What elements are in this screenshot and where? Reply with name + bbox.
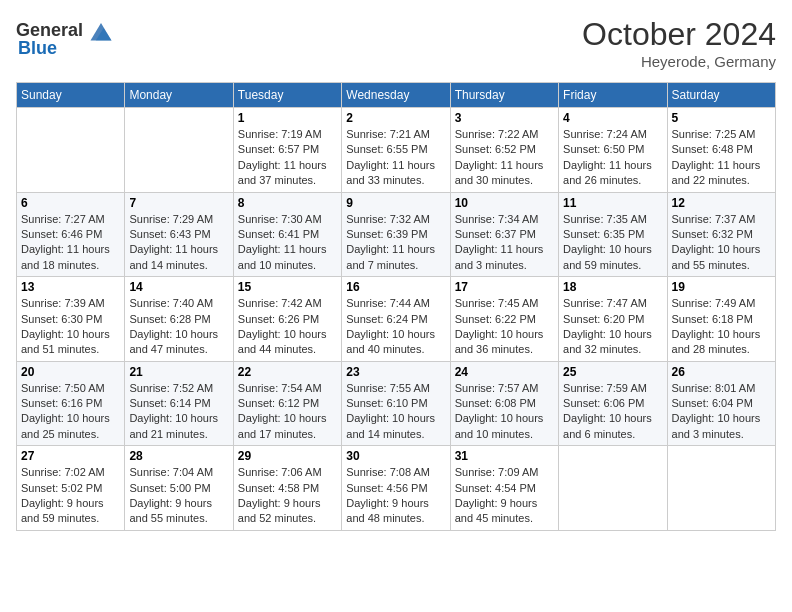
calendar-week-row: 1 Sunrise: 7:19 AM Sunset: 6:57 PM Dayli…	[17, 108, 776, 193]
sunrise: Sunrise: 7:02 AM	[21, 466, 105, 478]
sunset: Sunset: 6:20 PM	[563, 313, 644, 325]
sunrise: Sunrise: 7:29 AM	[129, 213, 213, 225]
day-number: 3	[455, 111, 554, 125]
day-number: 15	[238, 280, 337, 294]
calendar-week-row: 20 Sunrise: 7:50 AM Sunset: 6:16 PM Dayl…	[17, 361, 776, 446]
sunrise: Sunrise: 7:55 AM	[346, 382, 430, 394]
sunset: Sunset: 6:57 PM	[238, 143, 319, 155]
sunset: Sunset: 6:35 PM	[563, 228, 644, 240]
calendar-cell: 8 Sunrise: 7:30 AM Sunset: 6:41 PM Dayli…	[233, 192, 341, 277]
weekday-header: Saturday	[667, 83, 775, 108]
day-number: 17	[455, 280, 554, 294]
calendar-cell: 7 Sunrise: 7:29 AM Sunset: 6:43 PM Dayli…	[125, 192, 233, 277]
day-number: 27	[21, 449, 120, 463]
day-info: Sunrise: 7:02 AM Sunset: 5:02 PM Dayligh…	[21, 465, 120, 527]
calendar-cell: 17 Sunrise: 7:45 AM Sunset: 6:22 PM Dayl…	[450, 277, 558, 362]
day-info: Sunrise: 7:39 AM Sunset: 6:30 PM Dayligh…	[21, 296, 120, 358]
daylight: Daylight: 10 hours and 44 minutes.	[238, 328, 327, 355]
calendar-cell: 10 Sunrise: 7:34 AM Sunset: 6:37 PM Dayl…	[450, 192, 558, 277]
calendar-week-row: 13 Sunrise: 7:39 AM Sunset: 6:30 PM Dayl…	[17, 277, 776, 362]
day-info: Sunrise: 7:49 AM Sunset: 6:18 PM Dayligh…	[672, 296, 771, 358]
calendar-cell: 3 Sunrise: 7:22 AM Sunset: 6:52 PM Dayli…	[450, 108, 558, 193]
daylight: Daylight: 11 hours and 22 minutes.	[672, 159, 761, 186]
calendar-cell: 12 Sunrise: 7:37 AM Sunset: 6:32 PM Dayl…	[667, 192, 775, 277]
sunrise: Sunrise: 7:06 AM	[238, 466, 322, 478]
calendar-cell: 5 Sunrise: 7:25 AM Sunset: 6:48 PM Dayli…	[667, 108, 775, 193]
sunset: Sunset: 6:41 PM	[238, 228, 319, 240]
sunset: Sunset: 6:16 PM	[21, 397, 102, 409]
day-info: Sunrise: 7:50 AM Sunset: 6:16 PM Dayligh…	[21, 381, 120, 443]
sunrise: Sunrise: 7:44 AM	[346, 297, 430, 309]
sunrise: Sunrise: 7:32 AM	[346, 213, 430, 225]
sunset: Sunset: 6:18 PM	[672, 313, 753, 325]
sunset: Sunset: 4:58 PM	[238, 482, 319, 494]
calendar-cell: 22 Sunrise: 7:54 AM Sunset: 6:12 PM Dayl…	[233, 361, 341, 446]
sunset: Sunset: 6:08 PM	[455, 397, 536, 409]
calendar-cell: 4 Sunrise: 7:24 AM Sunset: 6:50 PM Dayli…	[559, 108, 667, 193]
sunset: Sunset: 6:26 PM	[238, 313, 319, 325]
daylight: Daylight: 10 hours and 14 minutes.	[346, 412, 435, 439]
logo: General Blue	[16, 16, 115, 59]
calendar-cell: 16 Sunrise: 7:44 AM Sunset: 6:24 PM Dayl…	[342, 277, 450, 362]
day-info: Sunrise: 7:32 AM Sunset: 6:39 PM Dayligh…	[346, 212, 445, 274]
day-info: Sunrise: 7:45 AM Sunset: 6:22 PM Dayligh…	[455, 296, 554, 358]
calendar-cell: 29 Sunrise: 7:06 AM Sunset: 4:58 PM Dayl…	[233, 446, 341, 531]
day-info: Sunrise: 7:34 AM Sunset: 6:37 PM Dayligh…	[455, 212, 554, 274]
sunset: Sunset: 4:54 PM	[455, 482, 536, 494]
day-info: Sunrise: 7:54 AM Sunset: 6:12 PM Dayligh…	[238, 381, 337, 443]
sunrise: Sunrise: 7:54 AM	[238, 382, 322, 394]
calendar-cell: 30 Sunrise: 7:08 AM Sunset: 4:56 PM Dayl…	[342, 446, 450, 531]
sunrise: Sunrise: 7:30 AM	[238, 213, 322, 225]
calendar-cell	[667, 446, 775, 531]
daylight: Daylight: 9 hours and 48 minutes.	[346, 497, 429, 524]
day-info: Sunrise: 7:24 AM Sunset: 6:50 PM Dayligh…	[563, 127, 662, 189]
daylight: Daylight: 11 hours and 30 minutes.	[455, 159, 544, 186]
day-number: 9	[346, 196, 445, 210]
calendar-cell: 24 Sunrise: 7:57 AM Sunset: 6:08 PM Dayl…	[450, 361, 558, 446]
calendar-cell: 6 Sunrise: 7:27 AM Sunset: 6:46 PM Dayli…	[17, 192, 125, 277]
sunrise: Sunrise: 7:39 AM	[21, 297, 105, 309]
day-number: 24	[455, 365, 554, 379]
daylight: Daylight: 11 hours and 26 minutes.	[563, 159, 652, 186]
calendar-cell: 14 Sunrise: 7:40 AM Sunset: 6:28 PM Dayl…	[125, 277, 233, 362]
day-number: 19	[672, 280, 771, 294]
weekday-header: Monday	[125, 83, 233, 108]
sunrise: Sunrise: 7:49 AM	[672, 297, 756, 309]
sunset: Sunset: 6:52 PM	[455, 143, 536, 155]
calendar-cell: 26 Sunrise: 8:01 AM Sunset: 6:04 PM Dayl…	[667, 361, 775, 446]
day-number: 7	[129, 196, 228, 210]
sunrise: Sunrise: 7:37 AM	[672, 213, 756, 225]
sunrise: Sunrise: 7:45 AM	[455, 297, 539, 309]
calendar-cell	[17, 108, 125, 193]
weekday-header: Tuesday	[233, 83, 341, 108]
calendar-cell: 28 Sunrise: 7:04 AM Sunset: 5:00 PM Dayl…	[125, 446, 233, 531]
sunset: Sunset: 6:43 PM	[129, 228, 210, 240]
calendar-cell: 19 Sunrise: 7:49 AM Sunset: 6:18 PM Dayl…	[667, 277, 775, 362]
day-number: 21	[129, 365, 228, 379]
day-info: Sunrise: 7:57 AM Sunset: 6:08 PM Dayligh…	[455, 381, 554, 443]
calendar-table: SundayMondayTuesdayWednesdayThursdayFrid…	[16, 82, 776, 531]
day-info: Sunrise: 7:42 AM Sunset: 6:26 PM Dayligh…	[238, 296, 337, 358]
day-number: 23	[346, 365, 445, 379]
day-number: 11	[563, 196, 662, 210]
calendar-cell: 27 Sunrise: 7:02 AM Sunset: 5:02 PM Dayl…	[17, 446, 125, 531]
daylight: Daylight: 10 hours and 25 minutes.	[21, 412, 110, 439]
sunrise: Sunrise: 7:24 AM	[563, 128, 647, 140]
calendar-cell: 21 Sunrise: 7:52 AM Sunset: 6:14 PM Dayl…	[125, 361, 233, 446]
day-info: Sunrise: 7:44 AM Sunset: 6:24 PM Dayligh…	[346, 296, 445, 358]
sunset: Sunset: 6:32 PM	[672, 228, 753, 240]
sunset: Sunset: 6:22 PM	[455, 313, 536, 325]
logo-icon	[87, 16, 115, 44]
day-info: Sunrise: 7:35 AM Sunset: 6:35 PM Dayligh…	[563, 212, 662, 274]
day-number: 16	[346, 280, 445, 294]
daylight: Daylight: 10 hours and 40 minutes.	[346, 328, 435, 355]
day-number: 2	[346, 111, 445, 125]
daylight: Daylight: 10 hours and 47 minutes.	[129, 328, 218, 355]
daylight: Daylight: 9 hours and 59 minutes.	[21, 497, 104, 524]
weekday-header: Friday	[559, 83, 667, 108]
day-number: 25	[563, 365, 662, 379]
day-number: 5	[672, 111, 771, 125]
daylight: Daylight: 10 hours and 55 minutes.	[672, 243, 761, 270]
day-number: 12	[672, 196, 771, 210]
day-info: Sunrise: 7:06 AM Sunset: 4:58 PM Dayligh…	[238, 465, 337, 527]
